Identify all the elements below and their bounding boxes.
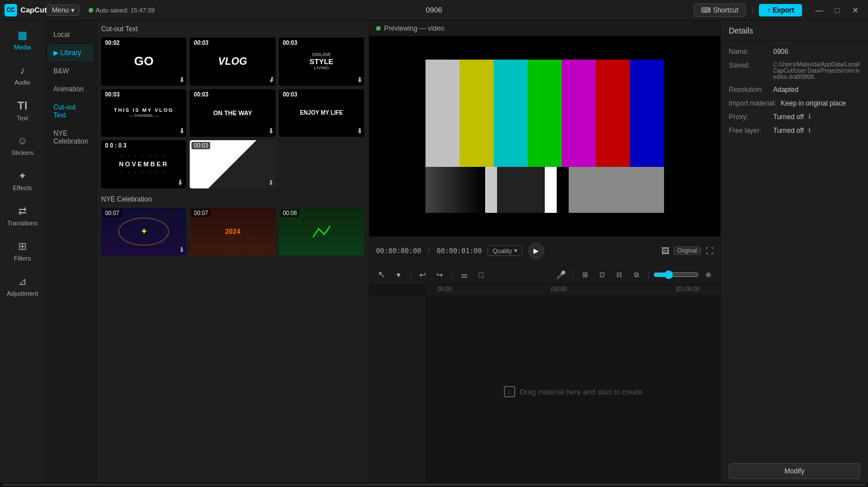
duration-go: 00:02 bbox=[103, 39, 122, 47]
screenshot-button[interactable]: 🖼 bbox=[661, 246, 669, 255]
download-icon-november[interactable]: ⬇ bbox=[177, 179, 185, 187]
media-item-thisis[interactable]: THIS IS MY VLOG — CHANNEL — 00:03 ⬇ bbox=[101, 89, 186, 137]
zoom-in-button[interactable]: ⊞ bbox=[578, 267, 592, 282]
zoom-slider[interactable] bbox=[653, 270, 699, 279]
bar-red bbox=[596, 60, 630, 167]
app-name: CapCut bbox=[20, 6, 47, 14]
toolbar-adjustment[interactable]: ⊿ Adjustment bbox=[3, 269, 43, 303]
download-icon-go[interactable]: ⬇ bbox=[179, 76, 185, 84]
mic-button[interactable]: 🎤 bbox=[553, 267, 568, 282]
toolbar-filters[interactable]: ⊞ Filters bbox=[3, 234, 43, 268]
dropdown-tool[interactable]: ▾ bbox=[391, 267, 406, 282]
zoom-fit-button[interactable]: ⊡ bbox=[595, 267, 610, 282]
export-button[interactable]: ↑ Export bbox=[759, 4, 802, 16]
preview-controls: 00:00:00:00 / 00:00:01:00 Quality ▾ ▶ 🖼 … bbox=[369, 236, 720, 265]
right-panel: Details Name: 0906 Saved: C:/Users/Malav… bbox=[720, 20, 868, 487]
download-icon-nye1[interactable]: ⬇ bbox=[179, 246, 185, 254]
duration-thisis: 00:03 bbox=[103, 91, 122, 99]
preview-dot bbox=[376, 26, 381, 31]
media-item-go[interactable]: GO 00:02 ⬇ bbox=[101, 37, 186, 86]
sidebar-item-local[interactable]: Local bbox=[48, 26, 94, 43]
sidebar-item-cutout[interactable]: Cut-out Text bbox=[48, 99, 94, 124]
media-item-2020[interactable]: 2020 00:03 ⬇ bbox=[190, 140, 275, 188]
delete-button[interactable]: □ bbox=[474, 267, 489, 282]
media-item-nye3[interactable]: 00:08 bbox=[279, 208, 364, 256]
split-button[interactable]: ⚌ bbox=[457, 267, 471, 282]
toolbar-divider-2 bbox=[452, 270, 452, 280]
media-item-style[interactable]: ONLINE STYLE LIVING 00:03 ⬇ bbox=[279, 37, 364, 86]
ruler-mark-30: |30:00 bbox=[551, 286, 567, 292]
left-panel: Local ▶ Library B&W Animation Cut-out Te… bbox=[45, 20, 369, 487]
menu-button[interactable]: Menu ▾ bbox=[47, 5, 80, 16]
toolbar-text[interactable]: TI Text bbox=[3, 93, 43, 127]
timeline-left-col bbox=[369, 296, 426, 487]
media-item-enjoy[interactable]: ENJOY MY LIFE 00:03 ⬇ bbox=[279, 89, 364, 137]
redo-button[interactable]: ↪ bbox=[432, 267, 447, 282]
bar-cyan bbox=[494, 60, 528, 167]
duration-enjoy: 00:03 bbox=[281, 91, 300, 98]
download-icon-thisis[interactable]: ⬇ bbox=[179, 127, 185, 135]
toolbar-divider-3 bbox=[573, 270, 573, 280]
fullscreen-button[interactable]: ⛶ bbox=[706, 246, 713, 255]
zoom-full-button[interactable]: ⊕ bbox=[701, 267, 716, 282]
logo-icon: CC bbox=[5, 4, 17, 16]
media-item-nye1[interactable]: ✦ 00:07 ⬇ bbox=[101, 208, 186, 256]
sidebar-item-library[interactable]: ▶ Library bbox=[48, 44, 94, 61]
media-item-november[interactable]: · · · · · · · NOVEMBER · · · · · · · 00:… bbox=[101, 140, 186, 188]
modify-button[interactable]: Modify bbox=[729, 463, 860, 479]
media-item-nye2[interactable]: 2024 00:07 bbox=[190, 208, 275, 256]
undo-button[interactable]: ↩ bbox=[415, 267, 430, 282]
bar-white bbox=[425, 60, 460, 167]
toolbar-audio[interactable]: ♪ Audio bbox=[3, 58, 43, 92]
toolbar-effects[interactable]: ✦ Effects bbox=[3, 163, 43, 198]
sidebar-item-bw[interactable]: B&W bbox=[48, 62, 94, 79]
cursor-tool[interactable]: ↖ bbox=[374, 267, 389, 282]
sidebar-item-animation[interactable]: Animation bbox=[48, 81, 94, 98]
preview-content bbox=[369, 36, 720, 236]
text-icon: TI bbox=[18, 99, 28, 112]
zoom-out-button[interactable]: ⊟ bbox=[612, 267, 627, 282]
timeline-main: ▢ Drag material here and start to create bbox=[426, 296, 720, 487]
preview-header: Previewing — video bbox=[369, 20, 720, 36]
scroll-track[interactable] bbox=[2, 484, 866, 486]
download-icon-enjoy[interactable]: ⬇ bbox=[357, 127, 362, 135]
window-controls: — □ ✕ bbox=[811, 2, 863, 18]
content-area: Local ▶ Library B&W Animation Cut-out Te… bbox=[45, 20, 868, 487]
timeline-ruler: 00:00 |30:00 |01:00:00 |01:30:00 |02:00:… bbox=[426, 285, 720, 296]
duration-nye2: 00:07 bbox=[191, 209, 210, 217]
play-button[interactable]: ▶ bbox=[528, 243, 544, 259]
maximize-button[interactable]: □ bbox=[829, 2, 845, 18]
close-button[interactable]: ✕ bbox=[848, 2, 863, 18]
audio-icon: ♪ bbox=[20, 65, 25, 77]
toolbar-transitions[interactable]: ⇄ Transitions bbox=[3, 199, 43, 233]
crop-button[interactable]: ⧉ bbox=[629, 267, 644, 282]
cutout-grid: GO 00:02 ⬇ VLOG 00:03 ⬇ bbox=[101, 37, 364, 188]
toolbar-media[interactable]: ▦ Media bbox=[3, 23, 43, 57]
download-icon-style[interactable]: ⬇ bbox=[357, 76, 362, 84]
filters-icon: ⊞ bbox=[18, 240, 27, 253]
media-item-vlog[interactable]: VLOG 00:03 ⬇ bbox=[190, 37, 275, 86]
toolbar-right: 🎤 ⊞ ⊡ ⊟ ⧉ ⊕ bbox=[553, 267, 716, 282]
details-header: Details bbox=[721, 20, 868, 41]
original-badge: Original bbox=[674, 246, 701, 255]
nye-grid: ✦ 00:07 ⬇ 2024 00:07 bbox=[101, 208, 364, 256]
toolbar-stickers[interactable]: ☺ Stickers bbox=[3, 128, 43, 162]
download-icon-vlog[interactable]: ⬇ bbox=[268, 76, 274, 84]
download-icon-2020[interactable]: ⬇ bbox=[268, 179, 274, 187]
project-title: 0906 bbox=[426, 6, 443, 14]
sidebar-item-nye[interactable]: NYE Celebration bbox=[48, 125, 94, 150]
preview-panel: Previewing — video bbox=[369, 20, 720, 265]
quality-button[interactable]: Quality ▾ bbox=[487, 245, 522, 256]
minimize-button[interactable]: — bbox=[811, 2, 827, 18]
duration-ontheway: 00:03 bbox=[191, 91, 211, 98]
free-layer-info-icon[interactable]: ℹ bbox=[808, 127, 811, 135]
shortcut-button[interactable]: ⌨ Shortcut bbox=[694, 3, 746, 17]
proxy-info-icon[interactable]: ℹ bbox=[808, 113, 811, 121]
bar-yellow bbox=[460, 60, 494, 167]
download-icon-ontheway[interactable]: ⬇ bbox=[268, 127, 274, 135]
nye-section-header: NYE Celebration bbox=[101, 195, 364, 203]
ruler-mark-100: |01:00:00 bbox=[676, 286, 700, 292]
media-item-ontheway[interactable]: ON THE WAY 00:03 ⬇ bbox=[190, 89, 275, 137]
media-icon: ▦ bbox=[18, 29, 27, 41]
bottom-scrollbar bbox=[0, 482, 868, 487]
